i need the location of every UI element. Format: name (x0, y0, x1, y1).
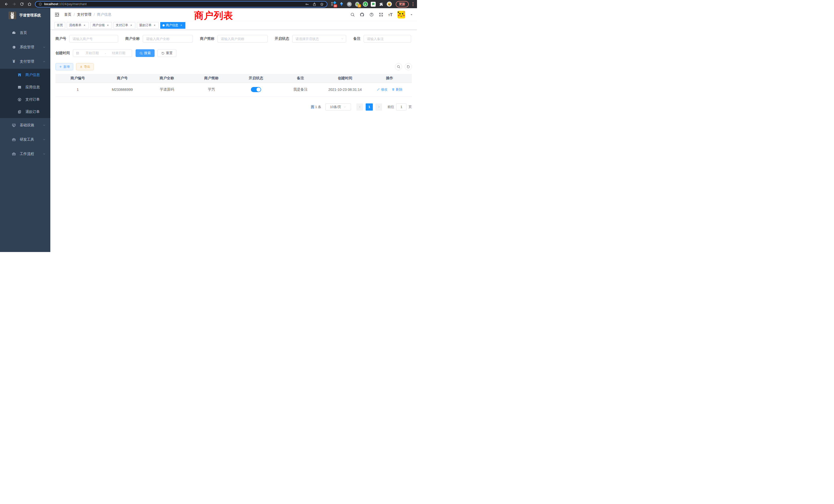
prev-page-button[interactable] (356, 104, 363, 111)
user-avatar[interactable] (397, 11, 405, 19)
refresh-button[interactable] (405, 63, 412, 70)
help-icon[interactable] (369, 12, 374, 17)
col-remark: 备注 (278, 74, 323, 83)
short-name-input[interactable] (218, 35, 267, 43)
sidebar: 芋道管理系统 首页 系统管理 ¥ 支付管理 商户信息 (0, 8, 50, 252)
url-text: localhost:1024/pay/merchant (44, 2, 87, 6)
filter-row-1: 商户号 商户全称 商户简称 开启状态 (56, 35, 412, 43)
browser-home-icon[interactable] (26, 1, 34, 7)
page-size-select[interactable]: 10条/页 (325, 104, 351, 111)
delete-link[interactable]: 删除 (392, 87, 402, 92)
tab-refund-order[interactable]: 退款订单× (137, 22, 159, 29)
tab-process-form[interactable]: 流程表单× (67, 22, 89, 29)
sidebar-item-dev-tools[interactable]: 研发工具 (0, 132, 50, 147)
briefcase-icon (12, 152, 16, 156)
sidebar-item-merchant-info[interactable]: 商户信息 (0, 69, 50, 81)
close-icon[interactable]: × (179, 24, 183, 27)
sidebar-item-infra[interactable]: 基础设施 (0, 118, 50, 132)
sidebar-item-pay-order[interactable]: 支付订单 (0, 93, 50, 106)
toolbox-icon (12, 138, 16, 142)
date-range-picker[interactable]: 开始日期 - 结束日期 (73, 49, 132, 57)
browser-reload-icon[interactable] (18, 1, 26, 7)
sidebar-item-system[interactable]: 系统管理 (0, 40, 50, 54)
status-switch[interactable] (251, 87, 261, 92)
profile-avatar-icon[interactable] (387, 2, 392, 7)
sidebar-item-app-info[interactable]: 应用信息 (0, 81, 50, 93)
sidebar-item-home[interactable]: 首页 (0, 26, 50, 40)
hamburger-icon[interactable] (54, 12, 60, 18)
merchant-no-input[interactable] (69, 35, 118, 43)
grid-icon (18, 85, 22, 89)
extension-gem-icon[interactable] (339, 2, 344, 7)
chevron-down-icon (43, 153, 46, 156)
toggle-search-button[interactable] (395, 63, 402, 70)
fullscreen-icon[interactable] (379, 12, 383, 17)
font-size-icon[interactable]: TT (388, 13, 393, 17)
extensions-puzzle-icon[interactable] (379, 2, 384, 7)
extension-command-icon[interactable]: ⌘ (347, 2, 352, 7)
tab-merchant-info[interactable]: 商户信息× (160, 22, 185, 29)
app-logo[interactable]: 芋道管理系统 (0, 8, 50, 23)
bookmark-star-icon[interactable] (320, 2, 324, 6)
sidebar-item-refund-order[interactable]: 退款订单 (0, 106, 50, 118)
sidebar-menu: 首页 系统管理 ¥ 支付管理 商户信息 应用信息 (0, 26, 50, 161)
tab-pay-order[interactable]: 支付订单× (113, 22, 135, 29)
extension-recorder-icon[interactable]: 1 (355, 2, 360, 7)
close-icon[interactable]: × (153, 24, 156, 27)
extension-badge: 1 (358, 4, 361, 7)
breadcrumb-pay[interactable]: 支付管理 (77, 12, 91, 17)
cell-full-name: 芋道源码 (145, 83, 189, 96)
remark-input[interactable] (364, 35, 411, 43)
col-created: 创建时间 (323, 74, 368, 83)
pagination: 共 1 条 10条/页 1 前往 页 (56, 104, 412, 111)
share-icon[interactable] (312, 2, 316, 6)
extensions-strip: 10 ⌘ 1 y 更新 (331, 1, 415, 7)
short-name-label: 商户简称 (200, 37, 214, 41)
tags-view: 首页 流程表单× 用户分组× 支付订单× 退款订单× 商户信息× (50, 21, 417, 30)
edit-link[interactable]: 修改 (377, 87, 388, 92)
breadcrumb-home[interactable]: 首页 (64, 12, 71, 17)
browser-menu-icon[interactable] (412, 2, 415, 6)
password-key-icon[interactable] (305, 2, 309, 6)
full-name-input[interactable] (143, 35, 193, 43)
gear-icon (12, 45, 16, 49)
status-select[interactable] (292, 35, 346, 43)
cell-merchant-id: 1 (56, 83, 100, 96)
tab-home[interactable]: 首页 (54, 22, 65, 29)
next-page-button[interactable] (375, 104, 382, 111)
page-unit-label: 页 (409, 105, 412, 109)
github-icon[interactable] (360, 12, 364, 17)
extension-chat-icon[interactable] (371, 2, 376, 7)
close-icon[interactable]: × (129, 24, 133, 27)
avatar-caret-icon[interactable] (410, 13, 413, 16)
top-navbar: 首页 / 支付管理 / 商户信息 TT (50, 8, 417, 21)
extension-y-icon[interactable]: y (363, 2, 368, 7)
add-button[interactable]: 新增 (56, 63, 73, 70)
shop-icon (18, 73, 22, 77)
cell-merchant-no: M233666999 (100, 83, 145, 96)
address-bar[interactable]: localhost:1024/pay/merchant (35, 1, 327, 7)
browser-update-button[interactable]: 更新 (396, 1, 409, 7)
tab-user-group[interactable]: 用户分组× (90, 22, 112, 29)
goto-page-input[interactable] (396, 104, 407, 111)
extension-tasks-icon[interactable]: 10 (331, 2, 336, 7)
goto-label: 前往 (388, 105, 394, 109)
export-button[interactable]: 导出 (76, 63, 94, 70)
col-full-name: 商户全称 (145, 74, 189, 83)
close-icon[interactable]: × (83, 24, 86, 27)
sidebar-item-pay[interactable]: ¥ 支付管理 (0, 54, 50, 69)
page-content: 商户号 商户全称 商户简称 开启状态 (50, 30, 417, 252)
merchant-no-label: 商户号 (56, 37, 66, 41)
sidebar-item-workflow[interactable]: 工作流程 (0, 147, 50, 161)
reset-button[interactable]: 重置 (157, 49, 176, 57)
site-info-icon[interactable] (39, 2, 42, 6)
pagination-total: 共 1 条 (311, 105, 321, 109)
search-button[interactable]: 搜索 (136, 49, 155, 57)
close-icon[interactable]: × (106, 24, 110, 27)
browser-forward-icon[interactable] (10, 1, 18, 7)
header-search-icon[interactable] (350, 12, 355, 17)
page-number-1[interactable]: 1 (366, 104, 373, 111)
logo-bunny-image (8, 12, 16, 19)
col-actions: 操作 (368, 74, 412, 83)
browser-back-icon[interactable] (3, 1, 10, 7)
